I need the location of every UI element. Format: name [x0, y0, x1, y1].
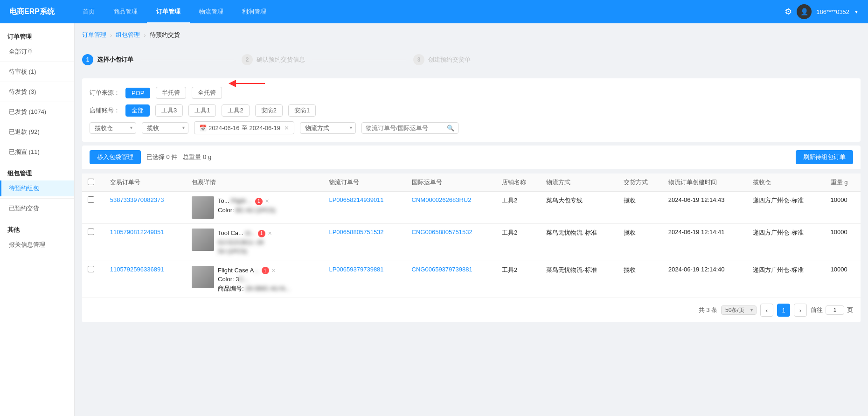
next-page-btn[interactable]: ›	[794, 304, 807, 317]
row2-pkg-qty: 3U (1PCS)	[218, 248, 247, 255]
orders-table-element: 交易订单号 包裹详情 物流订单号 国际运单号 店铺名称 物流方式 交货方式 物流…	[82, 173, 861, 298]
breadcrumb-orders[interactable]: 订单管理	[82, 31, 106, 39]
page-1-btn[interactable]: 1	[777, 304, 790, 317]
row1-logistics-link[interactable]: LP00658214939011	[329, 196, 383, 203]
refresh-btn[interactable]: 刷新待组包订单	[796, 150, 853, 164]
breadcrumb-sep1: ›	[110, 32, 112, 39]
sidebar-item-all-orders[interactable]: 全部订单	[0, 44, 74, 60]
prev-page-btn[interactable]: ‹	[760, 304, 773, 317]
breadcrumb-package-mgmt[interactable]: 组包管理	[116, 31, 140, 39]
header-order-no: 交易订单号	[104, 173, 186, 192]
row2-logistics-link[interactable]: LP00658805751532	[329, 229, 383, 236]
select-all-checkbox[interactable]	[88, 179, 94, 185]
row3-select[interactable]	[88, 266, 94, 272]
row3-create-time: 2024-06-19 12:14:40	[663, 261, 748, 298]
warehouse-select-wrapper: 揽收仓	[90, 122, 136, 134]
row3-checkbox	[82, 261, 104, 298]
row1-select[interactable]	[88, 196, 94, 203]
row3-pkg-img	[192, 266, 214, 288]
row3-logistics-no: LP00659379739881	[323, 261, 406, 298]
nav-profit[interactable]: 利润管理	[233, 0, 276, 23]
search-icon[interactable]: 🔍	[447, 125, 454, 132]
clear-date-icon[interactable]: ✕	[284, 125, 289, 132]
header-weight: 重量 g	[825, 173, 861, 192]
logistics-select-wrapper: 物流方式	[300, 122, 356, 134]
row3-logistics-link[interactable]: LP00659379739881	[329, 266, 383, 273]
nav-menu: 首页 商品管理 订单管理 物流管理 利润管理	[73, 0, 785, 23]
step-1-circle: 1	[82, 54, 93, 65]
warehouse-select[interactable]: 揽收仓	[90, 122, 136, 134]
row2-delivery: 揽收	[618, 224, 662, 261]
date-range-picker[interactable]: 📅 2024-06-16 至 2024-06-19 ✕	[194, 121, 294, 134]
store-tool1-btn[interactable]: 工具1	[188, 104, 216, 117]
row1-order-no: 5387333970082373	[104, 192, 186, 224]
content-area: 订单管理 › 组包管理 › 待预约交货 1 选择小包订单 2 确认预约交货信息 …	[75, 23, 868, 416]
nav-logistics[interactable]: 物流管理	[190, 0, 233, 23]
sidebar-item-scheduled[interactable]: 已预约交货	[0, 201, 74, 216]
row2-pkg-content: Tool Ca... nt... 1 ✕ GJ-G1XJ811--26 3U (…	[192, 229, 318, 256]
row1-pkg-color: Color: BC-4U (1PCS)	[218, 207, 276, 214]
store-security1-btn[interactable]: 安防1	[288, 104, 316, 117]
header-logistics-no: 物流订单号	[323, 173, 406, 192]
row1-intl-link[interactable]: CNM0000262683RU2	[412, 196, 472, 203]
status-select[interactable]: 揽收	[142, 122, 188, 134]
move-to-bag-btn[interactable]: 移入包袋管理	[90, 150, 141, 164]
nav-orders[interactable]: 订单管理	[147, 0, 190, 23]
sidebar-item-shipped[interactable]: 已发货 (1074)	[0, 104, 74, 120]
store-tool3-btn[interactable]: 工具3	[155, 104, 183, 117]
sidebar-item-pending-ship[interactable]: 待发货 (3)	[0, 84, 74, 100]
table-row: 5387333970082373 To... Flight ... 1	[82, 192, 861, 224]
row2-pkg-detail: Tool Ca... nt... 1 ✕ GJ-G1XJ811--26 3U (…	[186, 224, 323, 261]
logistics-select[interactable]: 物流方式	[300, 122, 356, 134]
row3-pkg-content: Flight Case A... 1 ✕ Color: 3C... 商品编号: …	[192, 266, 318, 293]
calendar-icon: 📅	[199, 125, 207, 132]
store-all-btn[interactable]: 全部	[125, 104, 150, 117]
row2-checkbox	[82, 224, 104, 261]
dropdown-icon[interactable]: ▼	[854, 9, 859, 14]
avatar[interactable]: 👤	[797, 4, 812, 19]
goto-input[interactable]	[826, 305, 844, 315]
divider	[0, 198, 74, 199]
row2-close-icon[interactable]: ✕	[268, 230, 272, 236]
page-label: 页	[847, 306, 853, 314]
sidebar-item-customs[interactable]: 报关信息管理	[0, 237, 74, 253]
breadcrumb-sep2: ›	[144, 32, 146, 39]
arrow-annotation-source	[228, 86, 256, 100]
selected-count: 已选择 0 件	[146, 153, 177, 161]
step-2: 2 确认预约交货信息	[242, 54, 305, 65]
source-pop-btn[interactable]: POP	[125, 88, 150, 98]
sidebar-item-pending-review[interactable]: 待审核 (1)	[0, 64, 74, 80]
total-count: 共 3 条	[699, 306, 717, 314]
sidebar-item-pending-schedule[interactable]: 待预约组包	[0, 180, 74, 196]
settings-icon[interactable]: ⚙	[785, 7, 792, 17]
row2-warehouse: 递四方广州仓-标准	[747, 224, 825, 261]
sidebar-item-refunded[interactable]: 已退款 (92)	[0, 124, 74, 140]
row3-logistics-type: 菜鸟无忧物流-标准	[541, 261, 618, 298]
row2-intl-link[interactable]: CNG00658805751532	[412, 229, 472, 236]
top-nav: 电商ERP系统 首页 商品管理 订单管理 物流管理 利润管理 ⚙ 👤 186**…	[0, 0, 868, 23]
row2-logistics-no: LP00658805751532	[323, 224, 406, 261]
nav-home[interactable]: 首页	[73, 0, 104, 23]
row2-img-inner	[192, 229, 214, 251]
page-size-select[interactable]: 50条/页 20条/页 100条/页	[721, 305, 757, 315]
store-tool2-btn[interactable]: 工具2	[222, 104, 249, 117]
source-semi-btn[interactable]: 半托管	[156, 87, 186, 99]
nav-products[interactable]: 商品管理	[104, 0, 147, 23]
row2-select[interactable]	[88, 229, 94, 235]
source-label: 订单来源：	[90, 89, 120, 97]
logistics-search-input[interactable]	[366, 125, 444, 132]
date-filter-row: 揽收仓 揽收 📅 2024-06-16 至 2024-06-19 ✕	[90, 121, 853, 134]
sidebar-item-shelved[interactable]: 已搁置 (11)	[0, 144, 74, 160]
row3-close-icon[interactable]: ✕	[271, 268, 276, 273]
divider	[0, 62, 74, 62]
row1-order-link[interactable]: 5387333970082373	[110, 196, 164, 203]
source-filter-row: 订单来源： POP 半托管 全托管	[90, 86, 853, 100]
row3-order-link[interactable]: 1105792596336891	[110, 266, 164, 273]
row1-close-icon[interactable]: ✕	[265, 198, 269, 204]
source-full-btn[interactable]: 全托管	[192, 87, 222, 99]
store-security2-btn[interactable]: 安防2	[255, 104, 283, 117]
breadcrumb: 订单管理 › 组包管理 › 待预约交货	[82, 31, 861, 39]
row2-order-link[interactable]: 1105790812249051	[110, 229, 164, 236]
date-to: 2024-06-19	[250, 125, 281, 132]
row3-intl-link[interactable]: CNG00659379739881	[412, 266, 472, 273]
